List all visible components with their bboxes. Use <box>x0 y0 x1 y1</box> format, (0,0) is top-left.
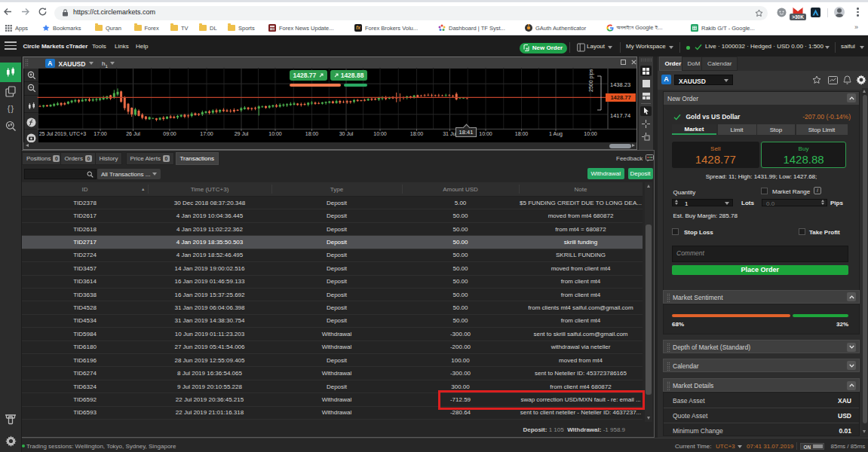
bookmark-item[interactable]: Forex News Update... <box>268 23 334 33</box>
order-type-stop[interactable]: Stop <box>757 124 795 135</box>
table-row[interactable]: TID361416 Jan 2019 01:46:59.133Deposit50… <box>22 276 643 289</box>
hscroll-thumb[interactable] <box>609 144 631 148</box>
new-order-button[interactable]: New Order <box>520 43 567 53</box>
column-header-id[interactable]: ID <box>22 182 148 196</box>
dock-tool-icon[interactable] <box>642 133 650 141</box>
crosshair-tool-icon[interactable] <box>642 120 650 128</box>
browser-menu-icon[interactable] <box>856 7 859 17</box>
sidebar-charts-item[interactable] <box>0 63 21 82</box>
table-row[interactable]: TID598410 Jun 2019 01:11:23.203Withdrawa… <box>22 328 643 341</box>
sentiment-header[interactable]: Market Sentiment <box>663 290 860 304</box>
order-type-stop-limit[interactable]: Stop Limit <box>796 124 848 135</box>
column-header-amount-usd[interactable]: Amount USD <box>402 182 519 196</box>
extension-smiley-icon[interactable] <box>777 8 787 17</box>
back-icon[interactable] <box>3 7 13 17</box>
menu-tools[interactable]: Tools <box>92 43 106 50</box>
new-order-header[interactable]: New Order <box>664 92 859 105</box>
table-row[interactable]: TID62748 Jul 2019 16:36:54.065Withdrawal… <box>22 367 643 380</box>
user-menu[interactable]: saiful <box>841 43 855 50</box>
reload-icon[interactable] <box>38 7 48 17</box>
column-header-type[interactable]: Type <box>271 182 402 196</box>
feedback-link[interactable]: Feedback <box>616 155 643 162</box>
bottom-tab-price-alerts[interactable]: Price Alerts0 <box>126 152 174 165</box>
bottom-tab-transactions[interactable]: Transactions <box>176 152 219 165</box>
dom-header[interactable]: Depth of Market (Standard) <box>663 340 860 353</box>
alert-bell-icon[interactable] <box>843 75 851 85</box>
bookmark-star-icon[interactable] <box>755 9 763 17</box>
table-vscrollbar[interactable] <box>645 182 653 422</box>
open-chart-icon[interactable] <box>828 76 838 84</box>
right-tab-calendar[interactable]: Calendar <box>701 56 738 71</box>
toolbar-drag-handle[interactable] <box>640 58 652 62</box>
table-row[interactable]: TID27174 Jan 2019 18:35:50.503Deposit50.… <box>22 236 643 249</box>
bookmark-item[interactable]: Bookmarks <box>42 23 81 33</box>
table-row[interactable]: TID26174 Jan 2019 10:04:36.445Deposit50.… <box>22 209 643 222</box>
sort-ascending-icon[interactable]: ▲ <box>141 187 145 191</box>
market-details-drag-handle[interactable] <box>667 381 670 390</box>
bookmark-item[interactable]: Apps <box>5 23 28 33</box>
bookmark-item[interactable]: Quran <box>95 23 121 33</box>
search-input[interactable] <box>24 169 97 179</box>
brand[interactable]: Circle Markets cTrader <box>23 43 88 50</box>
table-row[interactable]: TID237830 Dec 2018 08:37:20.348Deposit5.… <box>22 197 643 209</box>
table-row[interactable]: TID345714 Jan 2019 19:00:02.516Deposit50… <box>22 262 643 275</box>
bookmark-item[interactable]: Dashboard | TF Syst... <box>438 23 505 33</box>
bookmark-item[interactable]: fxForex Brokers Volu... <box>354 23 418 33</box>
feedback-icon[interactable] <box>646 154 654 162</box>
table-row[interactable]: TID26184 Jan 2019 11:02:22.362Deposit50.… <box>22 223 643 236</box>
place-order-button[interactable]: Place Order <box>672 265 848 275</box>
panel-vscrollbar[interactable] <box>862 88 868 435</box>
chart-buy-button[interactable]: 1428.88 <box>330 70 368 81</box>
quantity-stepper[interactable]: 1 <box>672 199 733 207</box>
url-text[interactable]: https://ct.circlemarkets.com <box>73 8 155 16</box>
order-type-market[interactable]: Market <box>672 124 716 135</box>
vscroll-up-icon[interactable] <box>647 185 650 188</box>
bottom-tab-positions[interactable]: Positions0 <box>22 152 64 165</box>
bottom-tab-orders[interactable]: Orders0 <box>60 152 97 165</box>
favorite-star-icon[interactable] <box>812 75 821 84</box>
table-row[interactable]: TID27244 Jan 2019 18:52:46.495Deposit50.… <box>22 249 643 262</box>
sidebar-symbol-search-icon[interactable] <box>5 121 17 132</box>
column-header-note[interactable]: Note <box>519 182 643 196</box>
settings-gear-icon[interactable] <box>856 75 866 85</box>
bookmark-item[interactable]: Forex <box>134 23 159 33</box>
withdrawal-button[interactable]: Withdrawal <box>587 168 624 179</box>
workspace-dropdown[interactable]: My Workspace <box>626 43 666 50</box>
pips-spin-icons[interactable] <box>821 200 824 206</box>
dom-drag-handle[interactable] <box>667 343 670 352</box>
table-row[interactable]: TID618027 Jun 2019 05:41:54.006Withdrawa… <box>22 341 643 354</box>
menu-links[interactable]: Links <box>115 43 129 50</box>
comment-field[interactable]: Comment <box>672 246 848 262</box>
pips-input[interactable]: 0.0 <box>762 199 827 207</box>
hscroll-left-icon[interactable] <box>26 144 29 147</box>
deposit-button[interactable]: Deposit <box>628 168 653 179</box>
market-range-checkbox[interactable] <box>761 188 768 194</box>
hscroll-right-icon[interactable] <box>632 144 635 147</box>
info-icon[interactable]: i <box>814 187 821 194</box>
calendar-header[interactable]: Calendar <box>663 359 860 372</box>
bookmark-item[interactable]: DL <box>199 23 217 33</box>
hamburger-icon[interactable] <box>5 41 17 50</box>
symbol-selector[interactable]: XAUUSD <box>674 75 733 86</box>
bookmark-item[interactable]: GAuth Authenticator <box>525 23 586 33</box>
cursor-tool-icon[interactable] <box>640 106 652 116</box>
table-row[interactable]: TID453431 Jan 2019 14:38:30.754Deposit50… <box>22 315 643 328</box>
chart-hscrollbar[interactable] <box>23 142 636 149</box>
bookmark-item[interactable]: Sports <box>228 23 255 33</box>
bookmark-item[interactable]: অনলাইনে Google ই... <box>606 23 663 33</box>
buy-button[interactable]: Buy 1428.88 <box>761 142 846 169</box>
connection-toggle[interactable]: ON <box>800 443 824 450</box>
forward-icon[interactable] <box>20 7 30 17</box>
account-selector[interactable]: Live · 1000032 · Hedged · USD 0.00 · 1:5… <box>705 43 824 50</box>
column-header-time-utc-3-[interactable]: Time (UTC+3) <box>148 182 271 196</box>
sentiment-drag-handle[interactable] <box>667 293 670 302</box>
market-details-collapse-icon[interactable] <box>847 381 856 390</box>
quantity-spin-icons[interactable] <box>675 200 678 206</box>
market-details-header[interactable]: Market Details <box>663 378 860 392</box>
calendar-drag-handle[interactable] <box>667 362 670 371</box>
extension-a-icon[interactable] <box>811 8 820 17</box>
chart-sell-button[interactable]: 1428.77 <box>290 70 328 81</box>
new-order-collapse-icon[interactable] <box>847 93 856 102</box>
bottom-tab-history[interactable]: History <box>95 152 123 165</box>
multichart-grid-icon[interactable] <box>640 66 652 76</box>
